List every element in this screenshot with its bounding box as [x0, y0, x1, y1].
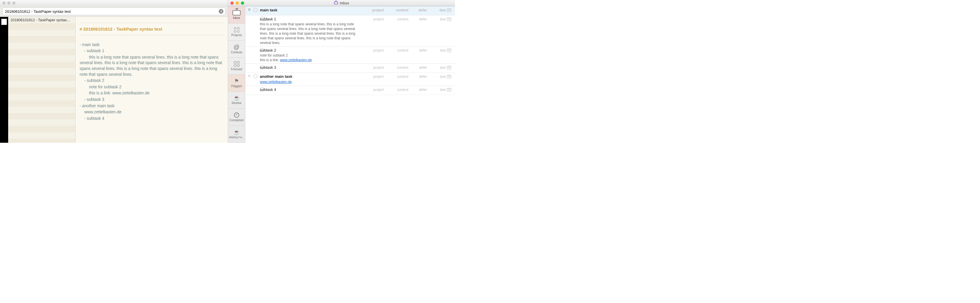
project-cell[interactable]: project — [361, 48, 384, 52]
due-cell[interactable]: due — [428, 87, 445, 92]
task-title[interactable]: subtask 3 — [260, 65, 360, 70]
defer-cell[interactable]: defer — [409, 8, 427, 12]
project-cell[interactable]: project — [361, 87, 384, 92]
note-line: - subtask 3 — [84, 97, 224, 103]
note-line: this is a long note that spans several l… — [80, 54, 224, 78]
task-row[interactable]: subtask 2 note for subtask 2 this is a l… — [245, 47, 455, 64]
note-line: this is a link: www.zettelkasten.de — [89, 90, 224, 97]
task-row[interactable]: ▽ main task project context defer due — [245, 6, 455, 16]
titlebar — [0, 0, 228, 6]
sidebar-item-flagged[interactable]: Flagged — [228, 75, 245, 92]
note-line: note for subtask 2 — [89, 84, 224, 90]
note-body[interactable]: - main task - subtask 1 this is a long n… — [80, 42, 224, 122]
task-title[interactable]: subtask 4 — [260, 87, 360, 92]
sidebar-item-forecast[interactable]: Forecast — [228, 58, 245, 75]
due-cell[interactable]: due — [428, 65, 445, 70]
sidebar-item-label: Projects — [231, 33, 242, 37]
sidebar-item-contexts[interactable]: Contexts — [228, 41, 245, 58]
context-cell[interactable]: context — [385, 17, 408, 21]
titlebar: Inbox — [228, 0, 455, 6]
context-cell[interactable]: context — [385, 74, 408, 79]
window-title: Inbox — [340, 1, 349, 5]
notes-window: ✕ 201806101812 - TaskPaper syntax... ---… — [0, 0, 228, 143]
disclosure-icon[interactable]: ▽ — [247, 8, 252, 11]
defer-cell[interactable]: defer — [409, 74, 427, 79]
note-rule: ----------------------------------------… — [80, 33, 224, 38]
due-cell[interactable]: due — [428, 17, 445, 21]
project-cell[interactable]: project — [361, 8, 384, 12]
minimize-icon[interactable] — [235, 2, 239, 5]
sidebar-item-completed[interactable]: Completed — [228, 109, 245, 126]
perspective-sidebar: Inbox Projects Contexts Forecast Flagged — [228, 6, 245, 143]
task-note: this is a long note that spans several l… — [260, 22, 360, 46]
note-toggle-icon[interactable] — [447, 66, 451, 69]
task-title[interactable]: another main task — [260, 74, 360, 79]
note-line: www.zettelkasten.de — [84, 109, 224, 115]
task-row[interactable]: subtask 3 project context defer due — [245, 64, 455, 73]
task-row[interactable]: ▽ another main task www.zettelkasten.de … — [245, 73, 455, 86]
note-list: 201806101812 - TaskPaper syntax... — [8, 17, 76, 143]
task-title[interactable]: subtask 1 — [260, 17, 360, 22]
note-rule: ----------------------------------------… — [80, 21, 224, 25]
note-toggle-icon[interactable] — [447, 75, 451, 78]
sidebar-item-inbox[interactable]: Inbox — [228, 6, 245, 24]
context-cell[interactable]: context — [385, 87, 408, 92]
sidebar-item-projects[interactable]: Projects — [228, 24, 245, 41]
note-toggle-icon[interactable] — [447, 8, 451, 12]
sidebar-item-label: Forecast — [231, 68, 242, 71]
note-minimap — [0, 17, 8, 143]
defer-cell[interactable]: defer — [409, 65, 427, 70]
task-row[interactable]: subtask 4 project context defer due — [245, 86, 455, 95]
close-icon[interactable] — [231, 2, 234, 5]
forecast-icon — [234, 61, 239, 67]
projects-icon — [234, 27, 239, 33]
task-title[interactable]: subtask 2 — [260, 48, 360, 53]
clear-search-icon[interactable]: ✕ — [219, 9, 223, 14]
zoom-icon[interactable] — [12, 2, 16, 5]
sidebar-item-label: Waiting For... — [229, 136, 244, 139]
disclosure-icon[interactable]: ▽ — [247, 74, 252, 78]
task-checkbox[interactable] — [253, 8, 258, 12]
task-row[interactable]: subtask 1 this is a long note that spans… — [245, 16, 455, 47]
inbox-icon — [334, 2, 338, 4]
search-bar: ✕ — [0, 6, 228, 17]
defer-cell[interactable]: defer — [409, 87, 427, 92]
note-title: # 201806101812 - TaskPaper syntax test — [80, 25, 224, 33]
note-editor[interactable]: ----------------------------------------… — [76, 17, 228, 143]
flag-icon — [234, 78, 239, 84]
tasks-window: Inbox Inbox Projects Contexts — [228, 0, 455, 143]
defer-cell[interactable]: defer — [409, 48, 427, 52]
note-toggle-icon[interactable] — [447, 49, 451, 52]
project-cell[interactable]: project — [361, 74, 384, 79]
task-note-link[interactable]: www.zettelkasten.de — [260, 80, 292, 84]
context-cell[interactable]: context — [385, 8, 408, 12]
check-icon — [234, 113, 239, 118]
search-field-wrap: ✕ — [2, 8, 226, 15]
task-list: ▽ main task project context defer due — [245, 6, 455, 143]
note-line: - subtask 4 — [84, 115, 224, 122]
project-cell[interactable]: project — [361, 65, 384, 70]
context-cell[interactable]: context — [385, 48, 408, 52]
close-icon[interactable] — [2, 2, 6, 5]
task-note: this is a link: www.zettelkasten.de — [260, 58, 360, 62]
task-note: note for subtask 2 — [260, 53, 360, 58]
due-cell[interactable]: due — [428, 74, 445, 79]
context-cell[interactable]: context — [385, 65, 408, 70]
note-line: - subtask 1 — [84, 48, 224, 54]
defer-cell[interactable]: defer — [409, 17, 427, 21]
due-cell[interactable]: due — [428, 8, 445, 12]
note-toggle-icon[interactable] — [447, 17, 451, 21]
search-input[interactable] — [5, 9, 219, 14]
note-toggle-icon[interactable] — [447, 88, 451, 92]
due-cell[interactable]: due — [428, 48, 445, 52]
zoom-icon[interactable] — [241, 2, 244, 5]
sidebar-item-waiting[interactable]: Waiting For... — [228, 126, 245, 143]
sidebar-item-review[interactable]: Review — [228, 92, 245, 109]
project-cell[interactable]: project — [361, 17, 384, 21]
minimize-icon[interactable] — [7, 2, 11, 5]
sidebar-item-label: Review — [232, 102, 242, 105]
task-note-link[interactable]: www.zettelkasten.de — [280, 58, 312, 62]
task-checkbox[interactable] — [253, 74, 258, 78]
task-title[interactable]: main task — [260, 8, 277, 12]
list-item[interactable]: 201806101812 - TaskPaper syntax... — [8, 17, 75, 23]
